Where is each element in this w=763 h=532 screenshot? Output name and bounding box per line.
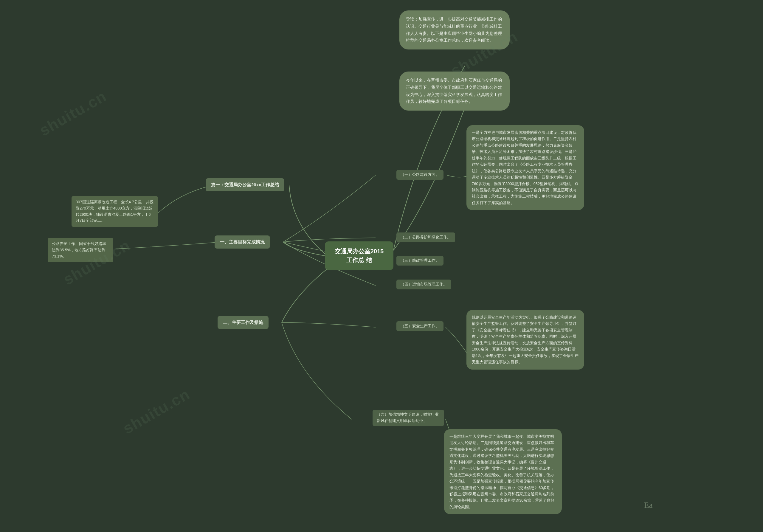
center-node: 交通局办公室2015工作总 结 — [325, 242, 393, 270]
sub-2-6: （六）加强精神文明建设，树立行业新风在创建文明单位活动中。 — [373, 410, 444, 426]
right-detail-6: 一是跟绪三年大变样开展了我和城市一起变、城市变美找文明朋友大讨论活动。二是围绕抓… — [444, 429, 562, 514]
sub-1-1: （一）公路建设方面。 — [396, 170, 444, 180]
bottom-watermark-text: Ea — [644, 500, 653, 510]
left-node-2: 307国道隔离带改造工程，全长4.7公里，共投资270万元，动用土方4800立方… — [71, 196, 158, 227]
sub-1-4: （四）运输市场管理工作。 — [396, 279, 451, 289]
watermark-4: shuitu.cn — [120, 385, 193, 438]
right-detail-1: 一是全力推进与城市发展密切相关的重点项目建设，对改善我市公路结构和交通环境起到了… — [467, 125, 584, 210]
watermark-1: shuitu.cn — [36, 87, 110, 140]
right-detail-5: 规则以开展安全生产年活动为契机，加强了公路建设和道路运输安全生产监管工作。及时调… — [467, 310, 584, 370]
left-node-1: 公路养护工作。国省干线好路率达到85.5%，地方路好路率达到73.1%。 — [48, 238, 113, 262]
branch-3: 二、主要工作及措施 — [218, 316, 269, 329]
sub-2-5: （五）安全生产工作。 — [396, 321, 444, 331]
top-bubble-1: 导读：加强宣传，进一步提高对交通节能减排工作的认识。交通行业是节能减排的重点行业… — [399, 10, 510, 50]
branch-1: 篇一：交通局办公室20xx工作总结 — [206, 178, 284, 191]
branch-2: 一、主要目标完成情况 — [215, 236, 270, 249]
sub-1-3: （三）路政管理工作。 — [396, 256, 444, 266]
sub-1-2: （二）公路养护和绿化工作。 — [396, 233, 455, 242]
top-bubble-2: 今年以来，在晋州市委、市政府和石家庄市交通局的正确领导下，我局全体干部职工以交通… — [399, 71, 510, 111]
